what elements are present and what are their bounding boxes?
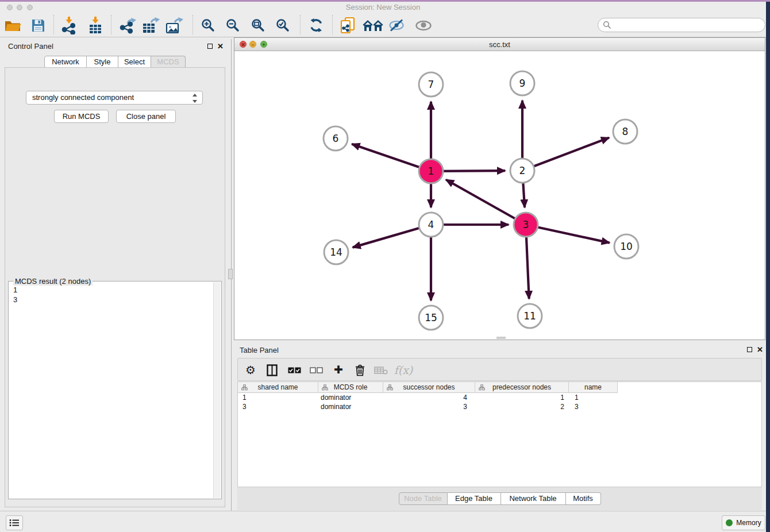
graph-node-14[interactable]: 14 bbox=[324, 240, 348, 264]
svg-text:4: 4 bbox=[428, 219, 434, 230]
graph-node-11[interactable]: 11 bbox=[518, 304, 542, 328]
optimization-criterion-select[interactable]: strongly connected component bbox=[26, 91, 203, 105]
automation-panel-button[interactable] bbox=[6, 515, 23, 530]
table-cell[interactable]: 3 bbox=[383, 402, 475, 411]
mcds-result-scrollbar[interactable] bbox=[213, 282, 221, 498]
app-titlebar: Session: New Session bbox=[0, 2, 766, 13]
graph-node-4[interactable]: 4 bbox=[419, 213, 443, 237]
control-panel-close-button[interactable]: ✕ bbox=[217, 43, 224, 49]
table-cell[interactable]: dominator bbox=[318, 393, 383, 402]
delete-table-icon[interactable] bbox=[371, 360, 391, 380]
table-cell[interactable]: 1 bbox=[569, 393, 618, 402]
graph-node-7[interactable]: 7 bbox=[419, 72, 443, 97]
zoom-out-icon[interactable] bbox=[222, 15, 243, 36]
table-cell[interactable]: 3 bbox=[569, 402, 618, 411]
export-image-icon[interactable] bbox=[164, 15, 184, 36]
hide-graphics-details-icon[interactable] bbox=[386, 15, 407, 36]
column-header-MCDS-role[interactable]: MCDS role bbox=[318, 382, 383, 393]
session-home-icon[interactable] bbox=[363, 15, 383, 36]
select-all-icon[interactable] bbox=[284, 360, 305, 380]
table-toolbar: ⚙ ✚ f(x) bbox=[237, 358, 762, 381]
status-bar: Memory bbox=[0, 511, 766, 532]
select-stepper-icon bbox=[192, 94, 198, 103]
graph-node-9[interactable]: 9 bbox=[510, 71, 534, 95]
clone-network-icon[interactable] bbox=[337, 15, 358, 36]
column-header-shared-name[interactable]: shared name bbox=[238, 382, 318, 393]
panel-divider-handle[interactable] bbox=[228, 269, 233, 279]
refresh-view-icon[interactable] bbox=[306, 15, 326, 36]
zoom-in-icon[interactable] bbox=[198, 15, 218, 36]
app-window: Session: New Session bbox=[0, 2, 766, 532]
export-network-icon[interactable] bbox=[117, 15, 138, 36]
mcds-result-text: 1 3 bbox=[13, 285, 17, 304]
graph-node-10[interactable]: 10 bbox=[614, 234, 638, 259]
tab-network-table[interactable]: Network Table bbox=[501, 492, 566, 505]
graph-node-8[interactable]: 8 bbox=[613, 119, 637, 144]
column-sort-icon[interactable] bbox=[479, 384, 485, 391]
graph-node-15[interactable]: 15 bbox=[419, 306, 443, 330]
network-resize-handle[interactable] bbox=[496, 337, 506, 339]
screen: Session: New Session bbox=[0, 0, 770, 532]
columns-icon[interactable] bbox=[261, 360, 282, 380]
control-panel-title: Control Panel bbox=[8, 42, 53, 51]
delete-icon[interactable] bbox=[349, 360, 370, 380]
table-cell[interactable]: 1 bbox=[475, 393, 569, 402]
column-header-predecessor-nodes[interactable]: predecessor nodes bbox=[475, 382, 569, 393]
function-builder-icon[interactable]: f(x) bbox=[393, 360, 414, 380]
control-panel-tabs: NetworkStyleSelectMCDS bbox=[44, 56, 186, 68]
tab-network[interactable]: Network bbox=[44, 56, 87, 68]
table-cell[interactable]: 3 bbox=[238, 402, 318, 411]
table-row[interactable]: 3dominator323 bbox=[238, 402, 761, 411]
column-sort-icon[interactable] bbox=[241, 384, 248, 391]
tab-select[interactable]: Select bbox=[118, 56, 151, 68]
search-input[interactable] bbox=[598, 18, 765, 32]
network-canvas[interactable]: 7968124314101511 bbox=[234, 51, 765, 340]
graph-edge-3-1[interactable] bbox=[446, 180, 526, 225]
graph-node-1[interactable]: 1 bbox=[419, 159, 443, 183]
svg-text:10: 10 bbox=[620, 241, 633, 252]
add-column-icon[interactable]: ✚ bbox=[328, 360, 349, 380]
zoom-selected-icon[interactable] bbox=[272, 15, 293, 36]
mcds-result-title: MCDS result (2 nodes) bbox=[13, 277, 93, 286]
table-panel-float-button[interactable] bbox=[747, 347, 752, 352]
tab-node-table[interactable]: Node Table bbox=[399, 492, 448, 505]
table-panel-close-button[interactable]: ✕ bbox=[757, 346, 763, 353]
memory-button[interactable]: Memory bbox=[722, 515, 765, 530]
tab-mcds[interactable]: MCDS bbox=[151, 56, 186, 68]
column-sort-icon[interactable] bbox=[322, 384, 328, 391]
import-network-icon[interactable] bbox=[59, 15, 79, 36]
tab-edge-table[interactable]: Edge Table bbox=[448, 492, 501, 505]
svg-text:11: 11 bbox=[523, 310, 536, 322]
column-header-successor-nodes[interactable]: successor nodes bbox=[383, 382, 475, 393]
column-sort-icon[interactable] bbox=[387, 384, 393, 391]
gear-icon[interactable]: ⚙ bbox=[240, 360, 261, 380]
deselect-all-icon[interactable] bbox=[306, 360, 326, 380]
control-panel-float-button[interactable] bbox=[207, 44, 213, 49]
table-row[interactable]: 1dominator411 bbox=[238, 393, 761, 402]
node-table: shared nameMCDS rolesuccessor nodesprede… bbox=[237, 381, 762, 487]
save-session-icon[interactable] bbox=[28, 15, 48, 36]
export-table-icon[interactable] bbox=[140, 15, 161, 36]
svg-text:14: 14 bbox=[330, 246, 342, 258]
graph-node-2[interactable]: 2 bbox=[510, 159, 534, 183]
open-file-icon[interactable] bbox=[2, 15, 23, 36]
table-cell[interactable]: 4 bbox=[383, 393, 475, 402]
table-cell[interactable]: dominator bbox=[318, 402, 383, 411]
close-panel-button[interactable]: Close panel bbox=[116, 110, 176, 123]
graph-node-3[interactable]: 3 bbox=[514, 213, 538, 237]
tab-style[interactable]: Style bbox=[87, 56, 118, 68]
toolbar-separator bbox=[332, 15, 333, 34]
run-mcds-button[interactable]: Run MCDS bbox=[54, 110, 109, 123]
show-graphics-details-icon[interactable] bbox=[413, 15, 434, 36]
graph-edge-2-8[interactable] bbox=[522, 138, 609, 171]
zoom-fit-icon[interactable] bbox=[248, 15, 268, 36]
svg-text:2: 2 bbox=[519, 165, 526, 176]
svg-text:15: 15 bbox=[425, 312, 437, 323]
table-cell[interactable]: 1 bbox=[238, 393, 318, 402]
graph-node-6[interactable]: 6 bbox=[324, 126, 348, 151]
network-window-titlebar[interactable]: ✕ − + scc.txt bbox=[234, 38, 765, 51]
tab-motifs[interactable]: Motifs bbox=[566, 492, 601, 505]
table-cell[interactable]: 2 bbox=[475, 402, 569, 411]
column-header-name[interactable]: name bbox=[569, 382, 618, 393]
import-table-icon[interactable] bbox=[85, 15, 106, 36]
